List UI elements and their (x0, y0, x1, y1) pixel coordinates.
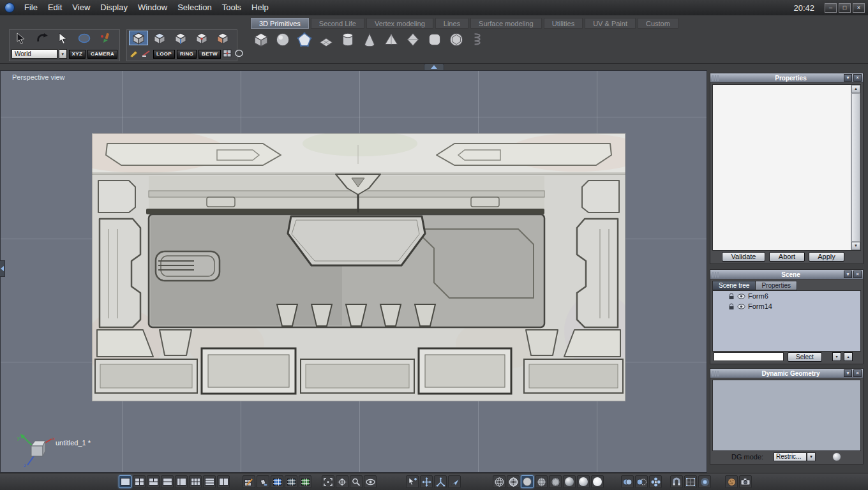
scene-filter-input[interactable] (714, 352, 784, 361)
left-split-view-icon[interactable] (175, 475, 188, 488)
uv-grid-pencil-icon[interactable] (243, 475, 255, 488)
tab-utilities[interactable]: Utilities (544, 18, 583, 29)
grid-dark-icon[interactable] (285, 475, 297, 488)
scene-up-icon[interactable]: ▴ (844, 352, 853, 361)
quad-alt-view-icon[interactable] (147, 475, 160, 488)
eye-icon[interactable] (737, 293, 745, 299)
visibility-icon[interactable] (364, 475, 377, 488)
tab-3d-primitives[interactable]: 3D Primitives (251, 18, 309, 29)
smooth-sphere-icon[interactable] (563, 475, 576, 488)
material-ball-icon[interactable] (725, 475, 738, 488)
lock-icon[interactable] (728, 303, 735, 310)
minimize-button[interactable]: – (825, 3, 837, 13)
scene-node-row[interactable]: Form14 (713, 301, 860, 311)
betw-button[interactable]: BETW (198, 50, 221, 59)
panel-grip-icon[interactable] (712, 75, 719, 81)
perspective-viewport[interactable]: Perspective view (0, 70, 707, 473)
scene-tree-list[interactable]: Form6 Form14 (712, 290, 861, 352)
geosphere-icon[interactable] (447, 30, 466, 49)
abort-button[interactable]: Abort (769, 252, 805, 262)
scroll-down-icon[interactable]: ▼ (851, 242, 860, 250)
scene-node-row[interactable]: Form6 (713, 291, 860, 301)
scene-node-label[interactable]: Form14 (748, 302, 772, 310)
cube-edge-icon[interactable] (171, 31, 190, 45)
circle-tool-icon[interactable] (234, 48, 244, 60)
toolbar-collapse-handle[interactable] (424, 63, 444, 70)
rotate-arrow-icon[interactable] (33, 31, 52, 45)
apply-button[interactable]: Apply (809, 252, 844, 262)
lattice-icon[interactable] (684, 475, 697, 488)
properties-scrollbar[interactable]: ▲ ▼ (851, 85, 860, 250)
hsplit-view-icon[interactable] (161, 475, 174, 488)
cone-icon[interactable] (360, 30, 379, 49)
menu-view[interactable]: View (67, 0, 95, 15)
scene-close-icon[interactable]: × (853, 271, 862, 278)
pencil-icon[interactable] (129, 48, 139, 60)
rounded-cube-icon[interactable] (425, 30, 444, 49)
properties-panel-title-bar[interactable]: Properties ▾ × (710, 73, 863, 83)
ring-button[interactable]: RING (177, 50, 197, 59)
menu-help[interactable]: Help (246, 0, 274, 15)
bright-sphere-icon[interactable] (591, 475, 604, 488)
scroll-up-icon[interactable]: ▲ (851, 85, 860, 93)
menu-tools[interactable]: Tools (217, 0, 246, 15)
scene-node-label[interactable]: Form6 (748, 292, 768, 300)
wire-dense-sphere-icon[interactable] (507, 475, 520, 488)
tab-custom[interactable]: Custom (638, 18, 678, 29)
flat-sphere-icon[interactable] (521, 475, 534, 488)
tab-scene-properties[interactable]: Properties (756, 281, 797, 290)
maximize-button[interactable]: □ (839, 3, 851, 13)
scene-panel-title-bar[interactable]: Scene ▾ × (710, 270, 863, 279)
scene-down-icon[interactable]: ▾ (832, 352, 841, 361)
cube-vertex-icon[interactable] (192, 31, 211, 45)
close-button[interactable]: × (853, 3, 865, 13)
cube-element-icon[interactable] (213, 31, 232, 45)
tab-second-life[interactable]: Second Life (311, 18, 364, 29)
scroll-thumb[interactable] (851, 93, 860, 242)
paint-tool-icon[interactable] (96, 31, 115, 45)
facet-sphere-icon[interactable] (549, 475, 562, 488)
world-dropdown-arrow-icon[interactable]: ▼ (59, 49, 67, 59)
axis-manipulator-icon[interactable] (434, 475, 447, 488)
loop-button[interactable]: LOOP (153, 50, 175, 59)
plane-icon[interactable] (317, 30, 336, 49)
grid-green-icon[interactable] (299, 475, 311, 488)
cylinder-icon[interactable] (338, 30, 357, 49)
sphere-pair-icon[interactable] (621, 475, 634, 488)
grid-view-icon[interactable] (189, 475, 202, 488)
scene-collapse-icon[interactable]: ▾ (844, 271, 852, 278)
facet-icon[interactable] (295, 30, 314, 49)
eye-icon[interactable] (737, 304, 745, 309)
slope-icon[interactable] (141, 48, 151, 60)
zoom-icon[interactable] (350, 475, 363, 488)
grid-blue-icon[interactable] (271, 475, 283, 488)
tab-scene-tree[interactable]: Scene tree (712, 281, 756, 290)
dg-close-icon[interactable]: × (853, 369, 862, 377)
move-manipulator-icon[interactable] (420, 475, 433, 488)
cube-icon[interactable] (251, 30, 271, 49)
atom-icon[interactable] (649, 475, 662, 488)
properties-collapse-icon[interactable]: ▾ (844, 74, 852, 82)
properties-close-icon[interactable]: × (853, 74, 862, 82)
ellipse-select-icon[interactable] (75, 31, 94, 45)
tab-lines[interactable]: Lines (435, 18, 468, 29)
pyramid-icon[interactable] (382, 30, 401, 49)
validate-button[interactable]: Validate (722, 252, 765, 262)
cube-object-icon[interactable] (129, 31, 148, 45)
magnet-icon[interactable] (670, 475, 683, 488)
dg-dropdown-arrow-icon[interactable]: ▼ (807, 452, 816, 461)
diamond-icon[interactable] (403, 30, 423, 49)
spring-icon[interactable] (468, 30, 488, 49)
menu-edit[interactable]: Edit (43, 0, 67, 15)
grid-star-icon[interactable] (223, 48, 232, 60)
select-manipulator-icon[interactable] (406, 475, 419, 488)
soft-select-icon[interactable] (698, 475, 711, 488)
menu-window[interactable]: Window (133, 0, 172, 15)
sphere-clone-icon[interactable] (635, 475, 648, 488)
select-button[interactable]: Select (788, 352, 822, 362)
menu-file[interactable]: File (19, 0, 43, 15)
select-arrow-icon[interactable] (11, 31, 31, 45)
camera-icon[interactable] (739, 475, 752, 488)
paint-bucket-icon[interactable] (257, 475, 269, 488)
tab-surface-modeling[interactable]: Surface modeling (470, 18, 542, 29)
